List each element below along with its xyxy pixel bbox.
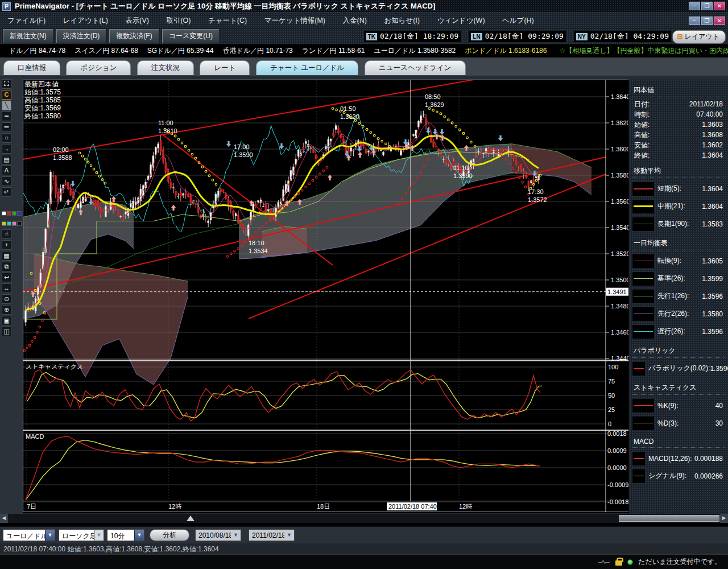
network-icon: ·–∿–· — [597, 558, 611, 566]
undo-tool[interactable]: ↵ — [2, 187, 11, 197]
clock-tokyo: TK 02/18[金] 18:29:09 — [364, 31, 461, 42]
close-button[interactable]: ✕ — [714, 2, 725, 10]
price-chart[interactable]: 1.36401.36201.36001.35801.35601.35401.35… — [23, 80, 628, 513]
new-order-button[interactable]: 新規注文(N) — [3, 29, 53, 43]
clock-newyork: NY 02/18[金] 04:29:09 — [574, 31, 671, 42]
svg-text:1.3572: 1.3572 — [528, 196, 547, 203]
svg-text:17:30: 17:30 — [528, 188, 544, 195]
color-cyan[interactable] — [7, 221, 11, 226]
svg-text:1.3629: 1.3629 — [425, 101, 444, 108]
parallel-lines-tool[interactable]: ═ — [2, 122, 11, 132]
minimize-button[interactable]: − — [689, 2, 700, 10]
menu-window[interactable]: ウィンドウ(W) — [429, 13, 492, 28]
arrow-tool[interactable]: → — [2, 144, 11, 154]
color-pink[interactable] — [12, 221, 16, 226]
bar-status-line: 2011/02/18 07:40:00 始値:1.3603,高値:1.3608,… — [0, 543, 728, 554]
trendline-tool[interactable]: ╲ — [2, 101, 11, 110]
color-red[interactable] — [7, 211, 11, 216]
section-stochastics: ストキャスティクス — [632, 382, 725, 395]
chart-area[interactable]: 1.36401.36201.36001.35801.35601.35401.35… — [23, 80, 628, 513]
menu-file[interactable]: ファイル(F) — [0, 13, 53, 28]
tab-rates[interactable]: レート — [200, 60, 250, 75]
course-change-button[interactable]: コース変更(U) — [162, 29, 220, 43]
menu-help[interactable]: ヘルプ(H) — [495, 13, 541, 28]
date-from-select[interactable]: 2010/08/18▼ — [195, 529, 241, 541]
tab-order-status[interactable]: 注文状況 — [137, 60, 194, 75]
menu-view[interactable]: 表示(V) — [118, 13, 156, 28]
rate-sgdjpy: SGドル／円 65.39-44 — [147, 46, 214, 56]
menu-layout[interactable]: レイアウト(L) — [56, 13, 115, 28]
news-ticker: ☆【相場見通し】【円全般】中東緊迫は円買い・国内政治不安は円安要因＝来週の展 — [559, 46, 728, 56]
menu-notice[interactable]: お知らせ(I) — [377, 13, 427, 28]
back-tool[interactable]: ↩ — [2, 273, 11, 282]
chart-type-select[interactable]: ローソク足▼ — [59, 529, 104, 541]
window-title: PrimeNavigator - [チャート ユーロ／ドル ローソク足 10分 … — [15, 1, 435, 11]
restore-button[interactable]: ❐ — [701, 2, 713, 10]
chevron-down-icon[interactable]: ▼ — [231, 530, 241, 541]
copy-tool[interactable]: ⧉ — [2, 262, 11, 271]
ohlc-time-row: 時刻:07:40:00 — [629, 109, 728, 119]
hline-tool[interactable]: ━ — [2, 112, 11, 121]
fibonacci-tool[interactable]: ∿ — [2, 176, 11, 186]
color-yellow[interactable] — [2, 221, 6, 226]
c-tool[interactable]: C — [2, 90, 11, 100]
color-green[interactable] — [12, 211, 16, 216]
layout-grid-icon: ⊞ — [677, 32, 683, 40]
menu-bar: ファイル(F) レイアウト(L) 表示(V) 取引(O) チャート(C) マーケ… — [0, 13, 728, 28]
multi-close-button[interactable]: 複数決済(F) — [109, 29, 159, 43]
stoch-k-swatch — [632, 399, 654, 413]
close-order-button[interactable]: 決済注文(D) — [56, 29, 107, 43]
tab-positions[interactable]: ポジション — [66, 60, 131, 75]
menu-market-info[interactable]: マーケット情報(M) — [257, 13, 333, 28]
scroll-thumb[interactable] — [619, 515, 719, 522]
chevron-down-icon[interactable]: ▼ — [284, 530, 294, 541]
ohlc-close-row: 終値:1.3604 — [629, 150, 728, 160]
date-to-select[interactable]: 2011/02/18▼ — [249, 529, 295, 541]
svg-text:1.3560: 1.3560 — [611, 198, 628, 205]
svg-text:1.3480: 1.3480 — [611, 303, 628, 310]
hatch-tool[interactable]: ▤ — [2, 155, 11, 164]
print-tool[interactable]: ▣ — [2, 316, 11, 325]
grid-tool[interactable]: ▦ — [2, 251, 11, 261]
analyze-button[interactable]: 分析 — [150, 529, 189, 541]
hrange-tool[interactable]: ↔ — [2, 283, 11, 293]
save-tool[interactable]: ◫ — [2, 327, 11, 336]
ellipse-tool[interactable]: ○ — [2, 133, 11, 143]
section-macd: MACD — [632, 437, 725, 448]
svg-text:18日: 18日 — [317, 503, 330, 510]
child-close-button[interactable]: ✕ — [714, 17, 725, 25]
zoom-in-tool[interactable]: ⊕ — [2, 305, 11, 315]
chevron-down-icon[interactable]: ▼ — [94, 530, 104, 541]
child-restore-button[interactable]: ❐ — [701, 17, 713, 25]
select-tool[interactable] — [2, 79, 11, 89]
app-logo-icon: P — [2, 2, 11, 11]
stoch-k-row: %K(9):40 — [629, 397, 728, 414]
menu-deposit[interactable]: 入金(N) — [336, 13, 374, 28]
zoom-out-tool[interactable]: ⊖ — [2, 294, 11, 304]
chart-hscrollbar[interactable]: ◀ ▶ — [0, 514, 728, 523]
text-tool[interactable]: A — [2, 166, 11, 175]
scroll-position-marker[interactable] — [187, 516, 195, 521]
color-blue[interactable] — [17, 211, 22, 216]
menu-trade[interactable]: 取引(O) — [159, 13, 198, 28]
signal-row: シグナル(9):0.000266 — [629, 467, 728, 485]
color-black[interactable] — [17, 221, 22, 226]
ohlc-open-row: 始値:1.3603 — [629, 119, 728, 130]
scroll-right-arrow[interactable]: ▶ — [720, 514, 728, 523]
tab-news-headline[interactable]: ニュースヘッドライン — [365, 60, 466, 75]
tab-account-info[interactable]: 口座情報 — [3, 60, 60, 75]
timeframe-select[interactable]: 10分▼ — [107, 529, 144, 541]
tab-chart-eurusd[interactable]: チャート ユーロ／ドル — [256, 60, 359, 75]
ma-long-swatch — [632, 217, 654, 231]
menu-chart[interactable]: チャート(C) — [201, 13, 254, 28]
senkou2-row: 先行2(26):1.3580 — [629, 305, 728, 323]
color-white[interactable] — [2, 211, 6, 216]
symbol-select[interactable]: ユーロ／ドル▼ — [3, 529, 55, 541]
crosshair-tool[interactable]: + — [2, 240, 11, 250]
hand-tool[interactable]: ☝ — [2, 229, 11, 239]
scroll-left-arrow[interactable]: ◀ — [0, 514, 8, 523]
chevron-down-icon[interactable]: ▼ — [134, 530, 144, 541]
chevron-down-icon[interactable]: ▼ — [45, 530, 55, 541]
child-minimize-button[interactable]: − — [689, 17, 700, 25]
layout-button[interactable]: ⊞レイアウト — [672, 30, 726, 44]
